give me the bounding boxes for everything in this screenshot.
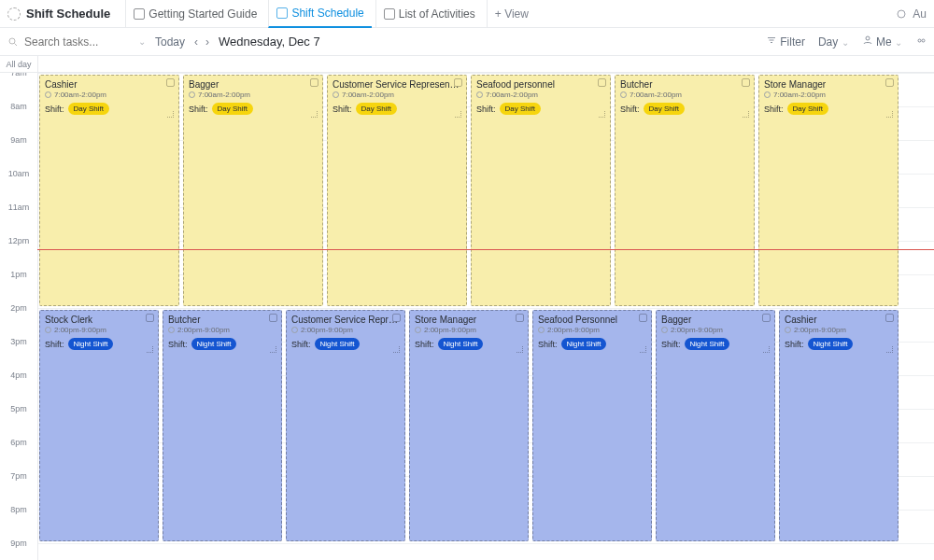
event-title: Bagger [189, 79, 318, 90]
night-shift-event[interactable]: Butcher2:00pm-9:00pmShift:Night Shift [163, 310, 282, 541]
hour-line [38, 73, 934, 74]
expand-icon[interactable] [885, 314, 894, 322]
day-shift-event[interactable]: Cashier7:00am-2:00pmShift:Day Shift [39, 75, 179, 306]
day-shift-event[interactable]: Bagger7:00am-2:00pmShift:Day Shift [183, 75, 323, 306]
hour-label: 3pm [0, 337, 37, 346]
clock-icon [291, 327, 298, 333]
today-button[interactable]: Today [155, 35, 185, 49]
day-shift-event[interactable]: Butcher7:00am-2:00pmShift:Day Shift [615, 75, 755, 306]
expand-icon[interactable] [639, 314, 647, 322]
event-shift-row: Shift:Night Shift [415, 338, 523, 350]
event-shift-row: Shift:Day Shift [620, 103, 749, 115]
shift-badge: Night Shift [438, 338, 484, 350]
night-shift-event[interactable]: Customer Service Representative2:00pm-9:… [286, 310, 405, 541]
filter-label: Filter [780, 35, 805, 49]
people-icon[interactable] [915, 36, 927, 48]
expand-icon[interactable] [392, 314, 401, 322]
filter-button[interactable]: Filter [766, 35, 805, 49]
expand-icon[interactable] [516, 314, 524, 322]
allday-label: All day [0, 56, 37, 72]
event-time: 2:00pm-9:00pm [785, 326, 893, 334]
toolbar: ⌄ Today ‹ › Wednesday, Dec 7 Filter Day … [0, 28, 934, 56]
night-shift-event[interactable]: Cashier2:00pm-9:00pmShift:Night Shift [779, 310, 899, 541]
hour-label: 2pm [0, 303, 37, 313]
hour-label: 12pm [0, 236, 37, 245]
allday-body[interactable] [37, 56, 934, 72]
me-label: Me [876, 35, 892, 49]
search-chevron-down-icon[interactable]: ⌄ [138, 36, 146, 47]
add-view-button[interactable]: + View [487, 0, 536, 28]
shift-badge: Night Shift [68, 338, 114, 350]
event-time: 7:00am-2:00pm [476, 91, 605, 99]
drag-handle-icon[interactable] [743, 111, 750, 119]
expand-icon[interactable] [146, 314, 154, 322]
day-shift-event[interactable]: Store Manager7:00am-2:00pmShift:Day Shif… [758, 75, 899, 306]
expand-icon[interactable] [269, 314, 277, 322]
expand-icon[interactable] [166, 78, 175, 87]
event-title: Customer Service Representative [291, 315, 400, 325]
night-shift-event[interactable]: Store Manager2:00pm-9:00pmShift:Night Sh… [409, 310, 529, 541]
shift-badge: Day Shift [644, 103, 685, 115]
drag-handle-icon[interactable] [393, 346, 401, 354]
expand-icon[interactable] [598, 78, 606, 87]
prev-day-button[interactable]: ‹ [194, 35, 198, 49]
drag-handle-icon[interactable] [455, 111, 462, 119]
expand-icon[interactable] [762, 314, 771, 322]
drag-handle-icon[interactable] [886, 346, 894, 354]
next-day-button[interactable]: › [205, 35, 209, 49]
shift-badge: Night Shift [808, 338, 854, 350]
hour-label: 1pm [0, 270, 37, 279]
hour-label: 9pm [0, 539, 37, 548]
shift-field-label: Shift: [764, 105, 784, 114]
date-title: Wednesday, Dec 7 [219, 35, 320, 49]
calendar-icon [276, 7, 288, 19]
night-shift-event[interactable]: Bagger2:00pm-9:00pmShift:Night Shift [656, 310, 775, 541]
event-title: Cashier [785, 315, 893, 325]
expand-icon[interactable] [454, 78, 462, 87]
clock-icon [168, 327, 175, 333]
day-shift-event[interactable]: Customer Service Representative7:00am-2:… [327, 75, 467, 306]
event-time: 7:00am-2:00pm [764, 91, 893, 99]
event-title: Seafood Personnel [538, 315, 646, 325]
search-input[interactable] [24, 35, 108, 49]
drag-handle-icon[interactable] [147, 346, 154, 354]
hour-label: 6pm [0, 438, 37, 447]
expand-icon[interactable] [310, 78, 318, 87]
event-shift-row: Shift:Day Shift [189, 103, 318, 115]
event-time: 2:00pm-9:00pm [291, 326, 400, 334]
drag-handle-icon[interactable] [270, 346, 277, 354]
search-wrap[interactable] [7, 35, 129, 49]
expand-icon[interactable] [742, 78, 750, 87]
svg-line-2 [15, 43, 18, 46]
day-shift-event[interactable]: Seafood personnel7:00am-2:00pmShift:Day … [471, 75, 611, 306]
list-icon [384, 8, 395, 20]
drag-handle-icon[interactable] [640, 346, 647, 354]
hour-line [38, 308, 934, 309]
night-shift-event[interactable]: Stock Clerk2:00pm-9:00pmShift:Night Shif… [39, 310, 159, 541]
day-view-dropdown[interactable]: Day ⌄ [818, 35, 849, 49]
drag-handle-icon[interactable] [167, 111, 175, 119]
topbar: Shift Schedule Getting Started Guide Shi… [0, 0, 934, 28]
me-filter-button[interactable]: Me ⌄ [862, 35, 902, 49]
drag-handle-icon[interactable] [763, 346, 771, 354]
allday-row: All day [0, 56, 934, 73]
event-title: Butcher [620, 79, 749, 90]
shift-badge: Day Shift [500, 103, 541, 115]
drag-handle-icon[interactable] [517, 346, 524, 354]
tab-getting-started[interactable]: Getting Started Guide [125, 0, 264, 28]
event-shift-row: Shift:Night Shift [291, 338, 400, 350]
tab-list-of-activities[interactable]: List of Activities [375, 0, 483, 28]
tab-shift-schedule[interactable]: Shift Schedule [268, 0, 371, 28]
drag-handle-icon[interactable] [599, 111, 606, 119]
automations-button[interactable]: Au [896, 7, 927, 21]
clock-icon [764, 91, 771, 98]
event-shift-row: Shift:Day Shift [333, 103, 461, 115]
drag-handle-icon[interactable] [311, 111, 318, 119]
clock-icon [785, 327, 791, 333]
hour-label: 9am [0, 135, 37, 145]
night-shift-event[interactable]: Seafood Personnel2:00pm-9:00pmShift:Nigh… [532, 310, 652, 541]
event-time: 7:00am-2:00pm [45, 91, 174, 99]
drag-handle-icon[interactable] [886, 111, 894, 119]
expand-icon[interactable] [885, 78, 894, 87]
event-time: 2:00pm-9:00pm [661, 326, 770, 334]
